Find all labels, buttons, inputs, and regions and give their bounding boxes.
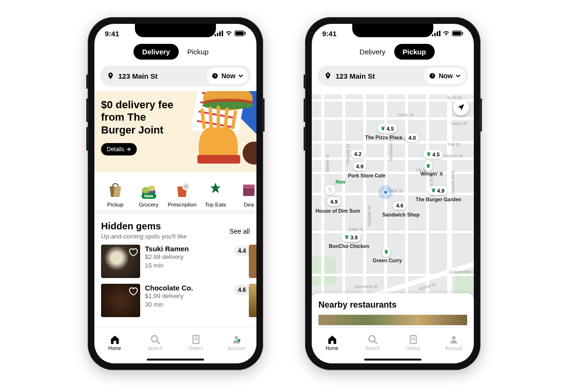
restaurant-item[interactable]: Tsuki Ramen $2.99 delivery 15 min 4.4 — [101, 245, 250, 278]
battery-icon — [235, 31, 246, 36]
street-label: Hayes St — [451, 121, 468, 126]
category-label: Top Eats — [200, 202, 231, 207]
address-bar[interactable]: 123 Main St Now — [100, 65, 251, 86]
map-pin[interactable]: 4.6 — [393, 201, 407, 210]
clock-icon — [212, 72, 218, 79]
tab-delivery[interactable]: Delivery — [133, 44, 178, 60]
map-pin[interactable]: 4.9 — [353, 162, 367, 171]
nav-label: Orders — [188, 346, 203, 351]
rating-chip: 4.4 — [234, 246, 250, 256]
address-text: 123 Main St — [336, 72, 420, 80]
time-chip[interactable]: Now — [424, 68, 465, 84]
map-pin-icon[interactable]: 🍴 — [325, 185, 336, 195]
category-pickup[interactable]: Pickup — [100, 179, 131, 207]
map-pin[interactable]: 4.0 — [405, 134, 419, 142]
restaurant-time: 30 min — [145, 300, 193, 309]
svg-rect-30 — [243, 185, 255, 188]
details-button[interactable]: Details — [101, 143, 137, 155]
chevron-down-icon — [456, 73, 460, 78]
nav-search[interactable]: Search — [135, 328, 175, 363]
nav-orders[interactable]: Orders — [175, 328, 216, 363]
receipt-icon — [408, 334, 419, 345]
status-time: 9:41 — [105, 30, 119, 38]
street-label: Steiner St — [325, 155, 330, 172]
street-label: Germania St — [355, 284, 378, 289]
svg-rect-5 — [235, 31, 244, 35]
svg-point-36 — [235, 336, 238, 340]
restaurant-item[interactable]: Chocolate Co. $1.99 delivery 30 min 4.6 — [101, 284, 250, 317]
next-thumb — [249, 245, 256, 278]
category-top-eats[interactable]: Top Eats — [200, 179, 231, 207]
map-pin[interactable]: ❦4.5 — [378, 124, 397, 133]
nav-account[interactable]: Account — [216, 328, 256, 363]
status-icons — [432, 31, 463, 36]
tab-pickup[interactable]: Pickup — [394, 44, 435, 60]
cellular-icon — [432, 31, 440, 36]
phone-frame-left: 9:41 Delivery Pickup 123 Main St Now — [88, 17, 263, 370]
nav-label: Home — [108, 346, 121, 351]
address-bar[interactable]: 123 Main St Now — [317, 65, 468, 86]
side-button — [86, 98, 88, 122]
svg-rect-38 — [432, 34, 433, 36]
heart-icon[interactable] — [128, 286, 138, 296]
pin-label: Wingin' it — [420, 171, 443, 176]
map-pin[interactable]: ❦3.9 — [341, 233, 361, 242]
street-label: Grove St — [398, 113, 414, 117]
chevron-down-icon — [238, 73, 243, 78]
top-eats-icon — [205, 179, 226, 200]
category-grocery[interactable]: New Grocery — [133, 179, 164, 207]
locate-me-button[interactable] — [453, 99, 469, 115]
pin-label: Sandwich Shop — [382, 212, 419, 217]
nav-label: Home — [326, 346, 338, 351]
nav-label: Search — [365, 346, 380, 351]
category-prescription[interactable]: Prescription — [167, 179, 197, 207]
map-pin[interactable]: ❦4.9 — [428, 186, 448, 195]
svg-rect-1 — [217, 33, 218, 36]
svg-rect-41 — [439, 31, 440, 36]
nav-home[interactable]: Home — [94, 328, 135, 363]
side-button — [263, 98, 265, 132]
map-pin[interactable]: 4.2 — [351, 150, 365, 158]
arrow-right-icon — [126, 147, 131, 152]
see-all-link[interactable]: See all — [229, 227, 250, 235]
pin-rating: 4.9 — [356, 164, 363, 169]
pin-label: The Burger Garden — [416, 196, 461, 202]
street-label: Hickory St — [444, 154, 462, 158]
wifi-icon — [442, 31, 450, 36]
map-area[interactable]: Birch St Grove St Hayes St Linden St Fel… — [312, 94, 474, 304]
clock-icon — [429, 72, 436, 79]
location-pin-icon — [107, 72, 114, 80]
pin-rating: 4.5 — [387, 126, 394, 132]
svg-rect-0 — [214, 34, 216, 36]
svg-rect-40 — [437, 31, 438, 36]
restaurant-time: 15 min — [145, 261, 189, 270]
nearby-sheet[interactable]: Nearby restaurants — [312, 293, 474, 327]
tab-pickup[interactable]: Pickup — [179, 44, 217, 60]
nav-account[interactable]: Account — [433, 328, 474, 363]
street-label: Fillmore St — [346, 144, 350, 164]
svg-point-37 — [237, 339, 240, 342]
tab-delivery[interactable]: Delivery — [351, 44, 394, 60]
promo-banner[interactable]: $0 delivery fee from The Burger Joint De… — [94, 91, 256, 172]
category-label: Prescription — [167, 202, 197, 207]
map-pin[interactable]: ❦4.5 — [423, 150, 443, 159]
map-pin-icon[interactable]: ❦ — [424, 161, 432, 171]
heart-icon[interactable] — [128, 247, 138, 257]
map-pin[interactable]: 4.9 — [327, 197, 341, 206]
sheet-title: Nearby restaurants — [318, 300, 467, 310]
svg-rect-2 — [219, 31, 221, 36]
locate-icon — [457, 103, 465, 112]
street-label: Fell St — [448, 142, 460, 147]
nav-home[interactable]: Home — [312, 328, 352, 363]
map-pin-icon[interactable]: ❦ — [382, 247, 390, 257]
nav-orders[interactable]: Orders — [393, 328, 433, 363]
search-icon — [150, 334, 161, 345]
category-label: Dea — [234, 202, 256, 207]
restaurant-text: Tsuki Ramen $2.99 delivery 15 min — [145, 245, 189, 278]
street-label: Elder St — [349, 227, 363, 232]
time-chip[interactable]: Now — [207, 68, 248, 84]
category-deals[interactable]: Dea — [234, 179, 256, 207]
nav-search[interactable]: Search — [352, 328, 393, 363]
side-button — [480, 98, 482, 132]
promo-illustration — [166, 91, 256, 172]
